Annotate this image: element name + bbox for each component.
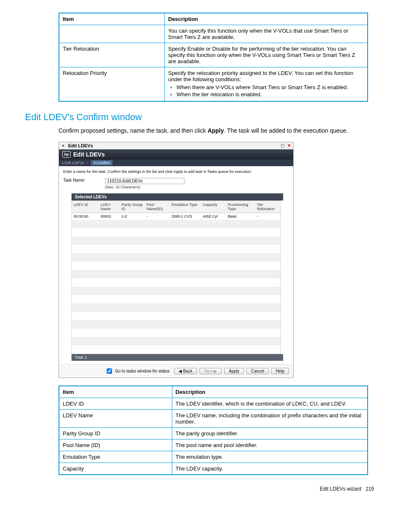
table-row: LDEV NameThe LDEV name, including the co… bbox=[59, 409, 368, 427]
col-ldev-name: LDEV Name bbox=[99, 201, 120, 213]
top-description-table: Item Description You can specify this fu… bbox=[59, 13, 368, 102]
selected-ldevs-total: Total: 1 bbox=[72, 354, 283, 361]
crumb-step1[interactable]: 1.Edit LDEVs bbox=[61, 161, 84, 165]
table-row: You can specify this function only when … bbox=[59, 25, 368, 43]
col-ldev-id: LDEV ID bbox=[72, 201, 99, 213]
cancel-button[interactable]: Cancel bbox=[246, 368, 269, 374]
go-to-tasks-checkbox[interactable]: Go to tasks window for status bbox=[105, 367, 170, 375]
col-prov-type: Provisioning Type bbox=[226, 201, 255, 213]
selected-ldevs-table: LDEV ID LDEV Name Parity Group ID Pool N… bbox=[72, 200, 281, 354]
close-icon[interactable]: ✕ bbox=[286, 143, 292, 148]
table-row: CapacityThe LDEV capacity. bbox=[59, 463, 368, 475]
table-row: LDEV IDThe LDEV identifier, which is the… bbox=[59, 398, 368, 409]
window-icon[interactable]: ▢ bbox=[280, 143, 285, 148]
wizard-breadcrumb: 1.Edit LDEVs > 2.Confirm bbox=[59, 159, 293, 166]
back-button[interactable]: ◀ Back bbox=[174, 368, 197, 374]
wizard-instruction: Enter a name for the task. Confirm the s… bbox=[63, 170, 289, 174]
edit-ldevs-wizard: « Edit LDEVs ▢ ✕ hp Edit LDEVs 1.Edit LD… bbox=[59, 142, 294, 378]
wizard-button-bar: Go to tasks window for status ◀ Back Nex… bbox=[59, 364, 293, 378]
wizard-titlebar: « Edit LDEVs ▢ ✕ bbox=[59, 142, 293, 149]
col-description: Description bbox=[172, 386, 368, 398]
col-pool-name: Pool Name(ID) bbox=[145, 201, 170, 213]
brand-logo: hp bbox=[62, 151, 71, 158]
bullet: When there are V-VOLs where Smart Tiers … bbox=[176, 84, 364, 90]
table-row: Pool Name (ID)The pool name and pool ide… bbox=[59, 439, 368, 451]
task-name-input[interactable] bbox=[105, 178, 184, 184]
bottom-description-table: Item Description LDEV IDThe LDEV identif… bbox=[59, 386, 368, 475]
wizard-header-text: Edit LDEVs bbox=[73, 151, 105, 158]
page-footer: Edit LDEVs wizard 219 bbox=[25, 486, 374, 492]
table-row: Emulation TypeThe emulation type. bbox=[59, 451, 368, 463]
bullet: When the tier relocation is enabled. bbox=[176, 91, 364, 98]
apply-button[interactable]: Apply bbox=[224, 368, 244, 374]
section-body: Confirm proposed settings, name the task… bbox=[59, 127, 374, 135]
desc-intro: Specify the relocation priority assigned… bbox=[168, 70, 353, 82]
next-button: Next ▶ bbox=[200, 368, 222, 374]
table-row[interactable]: 00:00:60 00001 1-2 - 3390-1 CVS 4452 Cyl… bbox=[72, 213, 280, 220]
table-row: Relocation Priority Specify the relocati… bbox=[59, 67, 368, 102]
wizard-header: hp Edit LDEVs bbox=[59, 149, 293, 159]
crumb-step2: 2.Confirm bbox=[91, 160, 113, 165]
col-description: Description bbox=[165, 13, 368, 25]
titlebar-text: Edit LDEVs bbox=[68, 143, 93, 148]
col-emulation: Emulation Type bbox=[170, 201, 201, 213]
crumb-sep: > bbox=[87, 161, 89, 165]
task-name-hint: (Max. 32 Characters) bbox=[105, 185, 184, 189]
col-capacity: Capacity bbox=[201, 201, 226, 213]
section-heading: Edit LDEV's Confirm window bbox=[25, 112, 374, 123]
col-item: Item bbox=[59, 13, 165, 25]
go-to-tasks-input[interactable] bbox=[107, 368, 112, 374]
table-row: Parity Group IDThe parity group identifi… bbox=[59, 427, 368, 439]
col-parity-group: Parity Group ID bbox=[120, 201, 145, 213]
collapse-icon[interactable]: « bbox=[61, 143, 66, 148]
task-name-label: Task Name: bbox=[63, 178, 97, 182]
help-button[interactable]: Help bbox=[271, 368, 289, 374]
table-row: Tier Relocation Specify Enable or Disabl… bbox=[59, 43, 368, 67]
col-item: Item bbox=[59, 386, 172, 398]
selected-ldevs-header: Selected LDEVs bbox=[72, 193, 283, 200]
col-tier-reloc: Tier Relocation bbox=[255, 201, 280, 213]
